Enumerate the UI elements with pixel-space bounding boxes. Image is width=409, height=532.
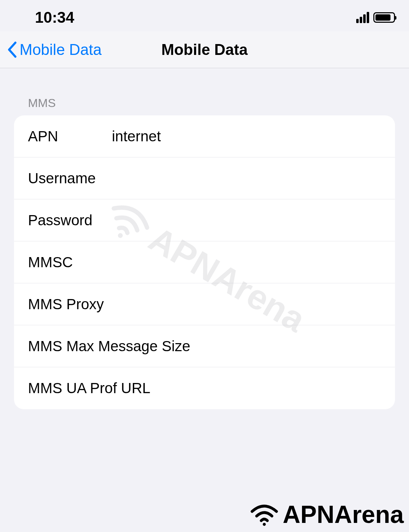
input-apn[interactable] (112, 128, 381, 145)
back-button-label: Mobile Data (20, 42, 102, 57)
row-apn[interactable]: APN (14, 115, 395, 157)
input-username[interactable] (112, 170, 381, 187)
input-mmsc[interactable] (112, 254, 381, 271)
row-mms-ua-prof[interactable]: MMS UA Prof URL (14, 367, 395, 409)
content-area: MMS APN Username Password MMSC MMS Proxy… (0, 68, 409, 409)
navigation-bar: Mobile Data Mobile Data (0, 31, 409, 68)
wifi-icon (249, 502, 280, 527)
status-time: 10:34 (35, 9, 74, 26)
row-mms-max-msg[interactable]: MMS Max Message Size (14, 325, 395, 367)
label-password: Password (28, 212, 112, 229)
label-mms-max-msg: MMS Max Message Size (28, 338, 381, 355)
watermark-logo-text: APNArena (283, 501, 404, 529)
watermark-logo: APNArena (249, 501, 404, 529)
label-mms-proxy: MMS Proxy (28, 296, 196, 313)
input-password[interactable] (112, 212, 381, 229)
label-apn: APN (28, 128, 112, 145)
chevron-left-icon (7, 41, 17, 58)
back-button[interactable]: Mobile Data (7, 41, 102, 58)
input-mms-proxy[interactable] (196, 296, 381, 313)
status-bar: 10:34 (0, 0, 409, 31)
battery-icon (373, 12, 395, 23)
svg-point-1 (263, 523, 266, 526)
cellular-signal-icon (356, 12, 369, 23)
row-password[interactable]: Password (14, 199, 395, 241)
section-header-mms: MMS (14, 96, 395, 110)
row-username[interactable]: Username (14, 157, 395, 199)
status-icons (356, 12, 395, 23)
label-mms-ua-prof: MMS UA Prof URL (28, 380, 381, 397)
settings-group-mms: APN Username Password MMSC MMS Proxy MMS… (14, 115, 395, 409)
page-title: Mobile Data (162, 41, 248, 58)
row-mms-proxy[interactable]: MMS Proxy (14, 283, 395, 325)
label-mmsc: MMSC (28, 254, 112, 271)
row-mmsc[interactable]: MMSC (14, 241, 395, 283)
label-username: Username (28, 170, 112, 187)
